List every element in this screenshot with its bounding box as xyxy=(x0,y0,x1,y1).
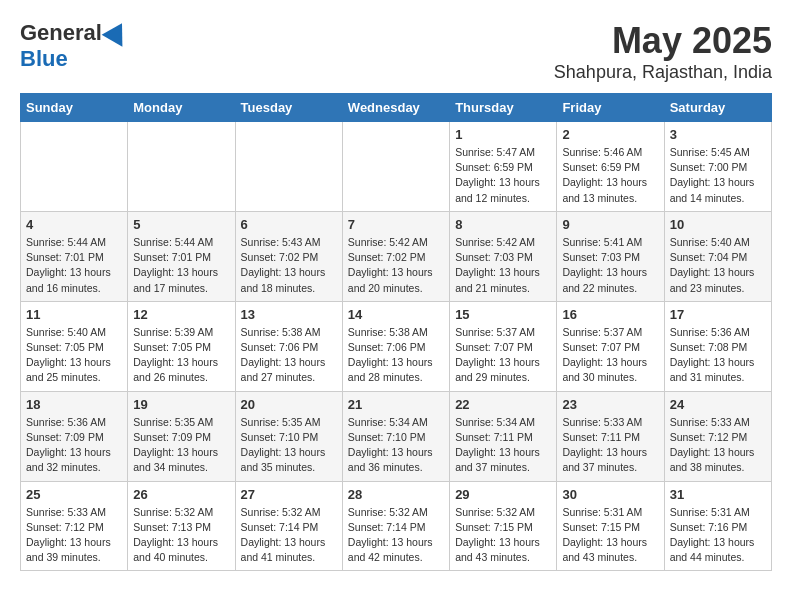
weekday-header-row: SundayMondayTuesdayWednesdayThursdayFrid… xyxy=(21,94,772,122)
empty-day-cell xyxy=(128,122,235,212)
day-number: 3 xyxy=(670,127,766,142)
calendar-day-cell: 27Sunrise: 5:32 AM Sunset: 7:14 PM Dayli… xyxy=(235,481,342,571)
day-number: 29 xyxy=(455,487,551,502)
day-info: Sunrise: 5:34 AM Sunset: 7:11 PM Dayligh… xyxy=(455,415,551,476)
day-number: 21 xyxy=(348,397,444,412)
calendar-day-cell: 15Sunrise: 5:37 AM Sunset: 7:07 PM Dayli… xyxy=(450,301,557,391)
day-number: 10 xyxy=(670,217,766,232)
weekday-header-saturday: Saturday xyxy=(664,94,771,122)
day-info: Sunrise: 5:38 AM Sunset: 7:06 PM Dayligh… xyxy=(348,325,444,386)
calendar-week-row: 25Sunrise: 5:33 AM Sunset: 7:12 PM Dayli… xyxy=(21,481,772,571)
day-number: 12 xyxy=(133,307,229,322)
day-info: Sunrise: 5:33 AM Sunset: 7:11 PM Dayligh… xyxy=(562,415,658,476)
day-number: 2 xyxy=(562,127,658,142)
calendar-day-cell: 19Sunrise: 5:35 AM Sunset: 7:09 PM Dayli… xyxy=(128,391,235,481)
calendar-table: SundayMondayTuesdayWednesdayThursdayFrid… xyxy=(20,93,772,571)
logo-blue-text: Blue xyxy=(20,46,68,72)
day-info: Sunrise: 5:42 AM Sunset: 7:03 PM Dayligh… xyxy=(455,235,551,296)
day-number: 14 xyxy=(348,307,444,322)
day-number: 8 xyxy=(455,217,551,232)
calendar-day-cell: 10Sunrise: 5:40 AM Sunset: 7:04 PM Dayli… xyxy=(664,211,771,301)
day-number: 6 xyxy=(241,217,337,232)
calendar-day-cell: 7Sunrise: 5:42 AM Sunset: 7:02 PM Daylig… xyxy=(342,211,449,301)
calendar-day-cell: 3Sunrise: 5:45 AM Sunset: 7:00 PM Daylig… xyxy=(664,122,771,212)
calendar-day-cell: 26Sunrise: 5:32 AM Sunset: 7:13 PM Dayli… xyxy=(128,481,235,571)
day-info: Sunrise: 5:36 AM Sunset: 7:08 PM Dayligh… xyxy=(670,325,766,386)
calendar-day-cell: 1Sunrise: 5:47 AM Sunset: 6:59 PM Daylig… xyxy=(450,122,557,212)
day-info: Sunrise: 5:32 AM Sunset: 7:14 PM Dayligh… xyxy=(241,505,337,566)
day-info: Sunrise: 5:37 AM Sunset: 7:07 PM Dayligh… xyxy=(455,325,551,386)
day-info: Sunrise: 5:31 AM Sunset: 7:16 PM Dayligh… xyxy=(670,505,766,566)
day-number: 22 xyxy=(455,397,551,412)
day-info: Sunrise: 5:33 AM Sunset: 7:12 PM Dayligh… xyxy=(26,505,122,566)
day-number: 5 xyxy=(133,217,229,232)
page-header: General Blue May 2025 Shahpura, Rajastha… xyxy=(20,20,772,83)
day-info: Sunrise: 5:40 AM Sunset: 7:05 PM Dayligh… xyxy=(26,325,122,386)
day-number: 17 xyxy=(670,307,766,322)
day-info: Sunrise: 5:43 AM Sunset: 7:02 PM Dayligh… xyxy=(241,235,337,296)
calendar-day-cell: 23Sunrise: 5:33 AM Sunset: 7:11 PM Dayli… xyxy=(557,391,664,481)
calendar-day-cell: 20Sunrise: 5:35 AM Sunset: 7:10 PM Dayli… xyxy=(235,391,342,481)
day-number: 11 xyxy=(26,307,122,322)
day-number: 26 xyxy=(133,487,229,502)
day-number: 13 xyxy=(241,307,337,322)
calendar-day-cell: 18Sunrise: 5:36 AM Sunset: 7:09 PM Dayli… xyxy=(21,391,128,481)
calendar-day-cell: 29Sunrise: 5:32 AM Sunset: 7:15 PM Dayli… xyxy=(450,481,557,571)
day-number: 27 xyxy=(241,487,337,502)
day-info: Sunrise: 5:41 AM Sunset: 7:03 PM Dayligh… xyxy=(562,235,658,296)
day-info: Sunrise: 5:37 AM Sunset: 7:07 PM Dayligh… xyxy=(562,325,658,386)
calendar-week-row: 11Sunrise: 5:40 AM Sunset: 7:05 PM Dayli… xyxy=(21,301,772,391)
day-info: Sunrise: 5:32 AM Sunset: 7:14 PM Dayligh… xyxy=(348,505,444,566)
day-info: Sunrise: 5:32 AM Sunset: 7:15 PM Dayligh… xyxy=(455,505,551,566)
weekday-header-monday: Monday xyxy=(128,94,235,122)
calendar-day-cell: 28Sunrise: 5:32 AM Sunset: 7:14 PM Dayli… xyxy=(342,481,449,571)
day-number: 18 xyxy=(26,397,122,412)
logo: General Blue xyxy=(20,20,129,72)
day-info: Sunrise: 5:42 AM Sunset: 7:02 PM Dayligh… xyxy=(348,235,444,296)
calendar-day-cell: 13Sunrise: 5:38 AM Sunset: 7:06 PM Dayli… xyxy=(235,301,342,391)
title-section: May 2025 Shahpura, Rajasthan, India xyxy=(554,20,772,83)
day-number: 31 xyxy=(670,487,766,502)
day-number: 16 xyxy=(562,307,658,322)
day-info: Sunrise: 5:35 AM Sunset: 7:10 PM Dayligh… xyxy=(241,415,337,476)
month-title: May 2025 xyxy=(554,20,772,62)
day-info: Sunrise: 5:44 AM Sunset: 7:01 PM Dayligh… xyxy=(26,235,122,296)
day-info: Sunrise: 5:46 AM Sunset: 6:59 PM Dayligh… xyxy=(562,145,658,206)
day-number: 20 xyxy=(241,397,337,412)
day-number: 30 xyxy=(562,487,658,502)
calendar-day-cell: 21Sunrise: 5:34 AM Sunset: 7:10 PM Dayli… xyxy=(342,391,449,481)
calendar-day-cell: 5Sunrise: 5:44 AM Sunset: 7:01 PM Daylig… xyxy=(128,211,235,301)
day-info: Sunrise: 5:44 AM Sunset: 7:01 PM Dayligh… xyxy=(133,235,229,296)
calendar-day-cell: 4Sunrise: 5:44 AM Sunset: 7:01 PM Daylig… xyxy=(21,211,128,301)
calendar-day-cell: 12Sunrise: 5:39 AM Sunset: 7:05 PM Dayli… xyxy=(128,301,235,391)
day-number: 25 xyxy=(26,487,122,502)
day-number: 7 xyxy=(348,217,444,232)
calendar-day-cell: 30Sunrise: 5:31 AM Sunset: 7:15 PM Dayli… xyxy=(557,481,664,571)
day-number: 28 xyxy=(348,487,444,502)
calendar-day-cell: 16Sunrise: 5:37 AM Sunset: 7:07 PM Dayli… xyxy=(557,301,664,391)
logo-triangle-icon xyxy=(102,17,133,46)
day-number: 15 xyxy=(455,307,551,322)
calendar-day-cell: 11Sunrise: 5:40 AM Sunset: 7:05 PM Dayli… xyxy=(21,301,128,391)
day-info: Sunrise: 5:39 AM Sunset: 7:05 PM Dayligh… xyxy=(133,325,229,386)
day-info: Sunrise: 5:47 AM Sunset: 6:59 PM Dayligh… xyxy=(455,145,551,206)
calendar-day-cell: 22Sunrise: 5:34 AM Sunset: 7:11 PM Dayli… xyxy=(450,391,557,481)
calendar-day-cell: 2Sunrise: 5:46 AM Sunset: 6:59 PM Daylig… xyxy=(557,122,664,212)
calendar-week-row: 4Sunrise: 5:44 AM Sunset: 7:01 PM Daylig… xyxy=(21,211,772,301)
calendar-week-row: 1Sunrise: 5:47 AM Sunset: 6:59 PM Daylig… xyxy=(21,122,772,212)
weekday-header-tuesday: Tuesday xyxy=(235,94,342,122)
empty-day-cell xyxy=(235,122,342,212)
day-number: 4 xyxy=(26,217,122,232)
calendar-day-cell: 31Sunrise: 5:31 AM Sunset: 7:16 PM Dayli… xyxy=(664,481,771,571)
weekday-header-sunday: Sunday xyxy=(21,94,128,122)
day-number: 23 xyxy=(562,397,658,412)
weekday-header-thursday: Thursday xyxy=(450,94,557,122)
day-info: Sunrise: 5:32 AM Sunset: 7:13 PM Dayligh… xyxy=(133,505,229,566)
logo-general-text: General xyxy=(20,20,102,46)
calendar-day-cell: 24Sunrise: 5:33 AM Sunset: 7:12 PM Dayli… xyxy=(664,391,771,481)
calendar-day-cell: 6Sunrise: 5:43 AM Sunset: 7:02 PM Daylig… xyxy=(235,211,342,301)
weekday-header-friday: Friday xyxy=(557,94,664,122)
day-number: 24 xyxy=(670,397,766,412)
calendar-day-cell: 14Sunrise: 5:38 AM Sunset: 7:06 PM Dayli… xyxy=(342,301,449,391)
day-number: 19 xyxy=(133,397,229,412)
